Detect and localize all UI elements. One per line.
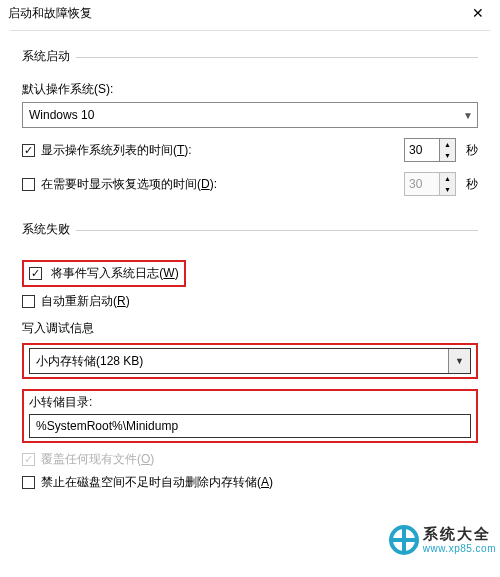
- overwrite-label: 覆盖任何现有文件(O): [41, 451, 154, 468]
- auto-restart-row: 自动重新启动(R): [22, 293, 478, 310]
- show-os-list-label: 显示操作系统列表的时间(T):: [41, 142, 404, 159]
- show-recovery-spinner: ▲▼: [404, 172, 456, 196]
- seconds-unit: 秒: [466, 176, 478, 193]
- write-event-row: ✓ 将事件写入系统日志(W): [22, 260, 478, 287]
- overwrite-row: ✓ 覆盖任何现有文件(O): [22, 451, 478, 468]
- dump-type-select[interactable]: 小内存转储(128 KB) ▼: [29, 348, 471, 374]
- show-os-list-spinner[interactable]: ▲▼: [404, 138, 456, 162]
- dialog-panel: 系统启动 默认操作系统(S): Windows 10 ▼ ✓ 显示操作系统列表的…: [10, 30, 490, 501]
- logo-icon: [389, 525, 419, 555]
- overwrite-checkbox: ✓: [22, 453, 35, 466]
- dump-type-value: 小内存转储(128 KB): [36, 353, 143, 370]
- show-os-list-value[interactable]: [404, 138, 440, 162]
- group-title-failure: 系统失败: [22, 221, 76, 238]
- dump-dir-value: %SystemRoot%\Minidump: [36, 419, 178, 433]
- show-os-list-checkbox[interactable]: ✓: [22, 144, 35, 157]
- default-os-label: 默认操作系统(S):: [22, 81, 478, 98]
- show-recovery-value: [404, 172, 440, 196]
- seconds-unit: 秒: [466, 142, 478, 159]
- auto-restart-checkbox[interactable]: [22, 295, 35, 308]
- spin-down-icon: ▼: [440, 150, 455, 161]
- watermark-en: www.xp85.com: [423, 543, 496, 554]
- chevron-down-icon: ▼: [448, 349, 470, 373]
- default-os-value: Windows 10: [29, 108, 94, 122]
- dump-dir-label: 小转储目录:: [29, 394, 471, 411]
- highlight-box: 小内存转储(128 KB) ▼: [22, 343, 478, 379]
- show-recovery-label: 在需要时显示恢复选项的时间(D):: [41, 176, 404, 193]
- chevron-down-icon: ▼: [463, 110, 473, 121]
- default-os-select[interactable]: Windows 10 ▼: [22, 102, 478, 128]
- auto-restart-label: 自动重新启动(R): [41, 293, 130, 310]
- write-event-checkbox[interactable]: ✓: [29, 267, 42, 280]
- watermark-cn: 系统大全: [423, 526, 496, 543]
- show-os-list-row: ✓ 显示操作系统列表的时间(T): ▲▼ 秒: [22, 138, 478, 162]
- highlight-box: 小转储目录: %SystemRoot%\Minidump: [22, 389, 478, 443]
- show-recovery-checkbox[interactable]: [22, 178, 35, 191]
- dump-dir-input[interactable]: %SystemRoot%\Minidump: [29, 414, 471, 438]
- write-event-label: 将事件写入系统日志(W): [51, 266, 178, 280]
- window-title: 启动和故障恢复: [8, 5, 92, 22]
- debug-info-label: 写入调试信息: [22, 320, 478, 337]
- group-system-failure: 系统失败 ✓ 将事件写入系统日志(W) 自动重新启动(R) 写入调试信息: [22, 230, 478, 491]
- disable-lowdisk-row: 禁止在磁盘空间不足时自动删除内存转储(A): [22, 474, 478, 491]
- spin-up-icon: ▲: [440, 139, 455, 150]
- titlebar: 启动和故障恢复 ✕: [0, 0, 500, 24]
- highlight-box: ✓ 将事件写入系统日志(W): [22, 260, 186, 287]
- spin-down-icon: ▼: [440, 184, 455, 195]
- show-recovery-row: 在需要时显示恢复选项的时间(D): ▲▼ 秒: [22, 172, 478, 196]
- spin-up-icon: ▲: [440, 173, 455, 184]
- disable-lowdisk-label: 禁止在磁盘空间不足时自动删除内存转储(A): [41, 474, 273, 491]
- group-system-startup: 系统启动 默认操作系统(S): Windows 10 ▼ ✓ 显示操作系统列表的…: [22, 57, 478, 196]
- group-title-startup: 系统启动: [22, 48, 76, 65]
- disable-lowdisk-checkbox[interactable]: [22, 476, 35, 489]
- close-icon[interactable]: ✕: [466, 5, 490, 21]
- watermark: 系统大全 www.xp85.com: [389, 525, 496, 555]
